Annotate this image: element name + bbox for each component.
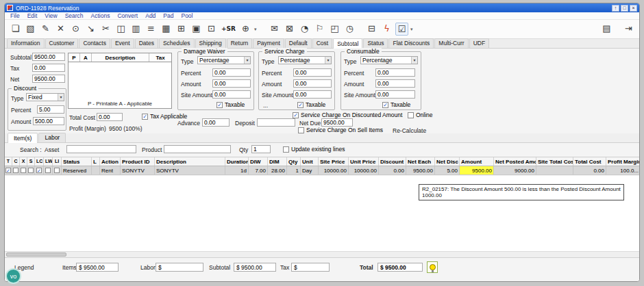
grid-col-lc[interactable]: LC xyxy=(35,157,44,166)
delivery-icon[interactable]: ⊟ xyxy=(365,23,378,36)
sc-amount-value[interactable]: 0.00 xyxy=(293,79,332,88)
grid-col-s[interactable]: S xyxy=(27,157,35,166)
row-cell-qty[interactable]: 1 xyxy=(287,166,301,174)
tab-event[interactable]: Event xyxy=(111,38,134,48)
tab-contacts[interactable]: Contacts xyxy=(79,38,110,48)
tab-labor[interactable]: Labor xyxy=(38,133,66,142)
menu-convert[interactable]: Convert xyxy=(117,12,138,19)
tax-value[interactable]: 0.00 xyxy=(32,64,65,72)
document-delete-icon[interactable]: ▧ xyxy=(24,23,37,36)
product-input[interactable] xyxy=(164,145,231,153)
dw-taxable-checkbox[interactable]: Taxable xyxy=(216,101,245,108)
grid-col-unit[interactable]: Unit xyxy=(301,157,319,166)
hint-button[interactable] xyxy=(427,261,438,273)
sc-on-sell-checkbox[interactable]: Service Charge On Sell Items xyxy=(298,127,383,133)
sc-more-button[interactable]: ... xyxy=(263,102,268,109)
lightning-icon[interactable]: ϟ xyxy=(380,23,393,36)
flag-icon[interactable]: ⚐ xyxy=(313,23,326,36)
cons-percent-value[interactable]: 0.00 xyxy=(375,68,415,77)
horizontal-scrollbar[interactable] xyxy=(5,251,639,257)
calendar-icon[interactable]: ◰ xyxy=(328,23,341,36)
tab-schedules[interactable]: Schedules xyxy=(159,38,195,48)
comment-icon[interactable]: ▣ xyxy=(190,23,203,36)
row-cell-action[interactable]: Rent xyxy=(100,166,121,174)
menu-pad[interactable]: Pad xyxy=(163,12,173,19)
delete-icon[interactable]: ✕ xyxy=(54,23,67,36)
tab-status[interactable]: Status xyxy=(363,38,388,48)
search-icon[interactable]: ⊙ xyxy=(69,23,82,36)
tax-applicable-checkbox[interactable]: Tax Applicable xyxy=(142,113,187,120)
grid-col-x[interactable]: X xyxy=(20,157,27,166)
scrollbar-thumb[interactable] xyxy=(6,252,66,257)
sc-taxable-checkbox[interactable]: Taxable xyxy=(297,101,325,108)
grid-col-profit-margin[interactable]: Profit Margin xyxy=(606,157,639,166)
qty-input[interactable]: 1 xyxy=(251,145,271,153)
camera-icon[interactable]: ⊡ xyxy=(205,23,218,36)
layers-icon[interactable]: ≡ xyxy=(145,23,158,36)
tab-dates[interactable]: Dates xyxy=(135,38,158,48)
grid-col-unit-price[interactable]: Unit Price xyxy=(349,157,379,166)
sc-percent-value[interactable]: 0.00 xyxy=(293,68,332,77)
row-cell-net-posted-amou[interactable]: 9000.00 xyxy=(494,166,536,174)
col-description[interactable]: Description xyxy=(92,53,149,62)
tab-shipping[interactable]: Shipping xyxy=(195,38,226,48)
cons-type-select[interactable]: Percentage xyxy=(360,56,418,64)
row-cell-net-each[interactable]: 9500.00 xyxy=(406,166,435,174)
grid-col-duration[interactable]: Duration xyxy=(225,157,249,166)
tab-return[interactable]: Return xyxy=(227,38,253,48)
copy-icon[interactable]: ◫ xyxy=(114,23,127,36)
tab-item-s[interactable]: Item(s) xyxy=(8,133,38,143)
grid-row[interactable]: ✓✓ReservedRentSONYTVSONYTV1d7.0028.001Da… xyxy=(5,166,639,175)
dw-type-select[interactable]: Percentage xyxy=(197,56,251,64)
time-status-icon[interactable]: ◔ xyxy=(298,23,311,36)
row-cell-description[interactable]: SONYTV xyxy=(155,166,225,174)
tab-payment[interactable]: Payment xyxy=(253,38,284,48)
grid-col-description[interactable]: Description xyxy=(155,157,225,166)
net-value[interactable]: 9500.00 xyxy=(32,75,65,83)
grid-col-diw[interactable]: DIW xyxy=(249,157,268,166)
cut-icon[interactable]: ✂ xyxy=(99,23,112,36)
tab-cost[interactable]: Cost xyxy=(312,38,332,48)
sc-on-discounted-checkbox[interactable]: Service Charge On Discounted Amount xyxy=(293,112,402,118)
menu-pool[interactable]: Pool xyxy=(181,12,193,19)
menu-search[interactable]: Search xyxy=(65,12,84,19)
row-cell-total-cost[interactable]: 0.00 xyxy=(573,166,606,174)
row-check-c[interactable] xyxy=(12,166,20,174)
receive-document-icon[interactable]: ⊠ xyxy=(283,23,296,36)
search-category-value[interactable]: Asset xyxy=(45,146,59,153)
row-check-t[interactable]: ✓ xyxy=(5,166,12,174)
grid-col-c[interactable]: C xyxy=(12,157,20,166)
row-check-li[interactable] xyxy=(53,166,62,174)
row-cell-site-total-cost[interactable] xyxy=(536,166,573,174)
row-cell-unit[interactable]: Day xyxy=(301,166,319,174)
grid-col-site-total-cost[interactable]: Site Total Cost xyxy=(536,157,573,166)
grid-col-l[interactable]: L xyxy=(92,157,100,166)
menu-add[interactable]: Add xyxy=(145,12,156,19)
tab-udf[interactable]: UDF xyxy=(469,38,489,48)
maximize-button[interactable]: □ xyxy=(621,5,628,12)
grid-col-net-posted-amou[interactable]: Net Posted Amou... xyxy=(494,157,536,166)
package-icon[interactable]: ▦ xyxy=(160,23,173,36)
total-cost-value[interactable]: 0.00 xyxy=(97,113,123,121)
search-notes-icon[interactable]: ⊕ xyxy=(239,23,252,36)
tab-customer[interactable]: Customer xyxy=(45,38,79,48)
row-cell-site-price[interactable]: 10000.00 xyxy=(319,166,349,174)
grid-col-qty[interactable]: Qty xyxy=(287,157,301,166)
tab-information[interactable]: Information xyxy=(7,38,45,48)
dw-site-amount-value[interactable]: 0.00 xyxy=(212,90,251,99)
menu-edit[interactable]: Edit xyxy=(27,12,38,19)
exit-icon[interactable]: ⇥ xyxy=(622,23,635,36)
edit-pencil-icon[interactable]: ✎ xyxy=(39,23,52,36)
row-cell-amount[interactable]: 9500.00 xyxy=(460,166,494,174)
menu-file[interactable]: File xyxy=(10,12,20,19)
dw-percent-value[interactable]: 0.00 xyxy=(212,68,251,77)
print-icon[interactable]: ▤ xyxy=(600,23,613,36)
menu-view[interactable]: View xyxy=(45,12,57,19)
online-checkbox[interactable]: Online xyxy=(408,112,433,118)
search-notes-icon-dropdown[interactable]: ▾ xyxy=(254,27,259,32)
menu-actions[interactable]: Actions xyxy=(91,12,110,19)
search-input[interactable] xyxy=(66,145,136,153)
row-cell-unit-price[interactable]: 10000.00 xyxy=(349,166,379,174)
net-due-value[interactable]: 9500.00 xyxy=(321,118,353,127)
grid-col-site-price[interactable]: Site Price xyxy=(319,157,349,166)
